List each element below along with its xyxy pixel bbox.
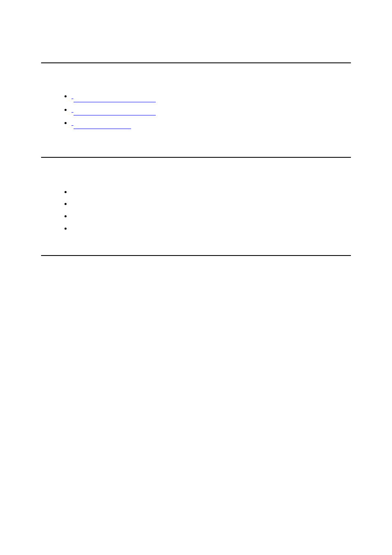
link-list	[71, 90, 351, 129]
link-2[interactable]	[71, 105, 74, 113]
top-spacer	[41, 41, 351, 62]
bullet-list	[71, 186, 351, 235]
link-underline-1[interactable]	[74, 102, 156, 102]
list-item	[71, 116, 351, 129]
section-padding	[41, 235, 351, 245]
page-content	[41, 41, 351, 260]
link-underline-3[interactable]	[74, 129, 131, 129]
link-underline-2[interactable]	[74, 115, 156, 115]
link-3[interactable]	[71, 118, 74, 127]
link-1[interactable]	[71, 92, 74, 100]
section-padding	[41, 73, 351, 90]
trailing-section	[41, 256, 351, 260]
section-padding	[41, 130, 351, 145]
list-item	[71, 90, 351, 102]
bullets-section	[41, 158, 351, 255]
list-item	[71, 186, 351, 198]
list-item	[71, 103, 351, 116]
list-item	[71, 210, 351, 222]
links-section	[41, 63, 351, 157]
list-item	[71, 222, 351, 235]
list-item	[71, 198, 351, 210]
